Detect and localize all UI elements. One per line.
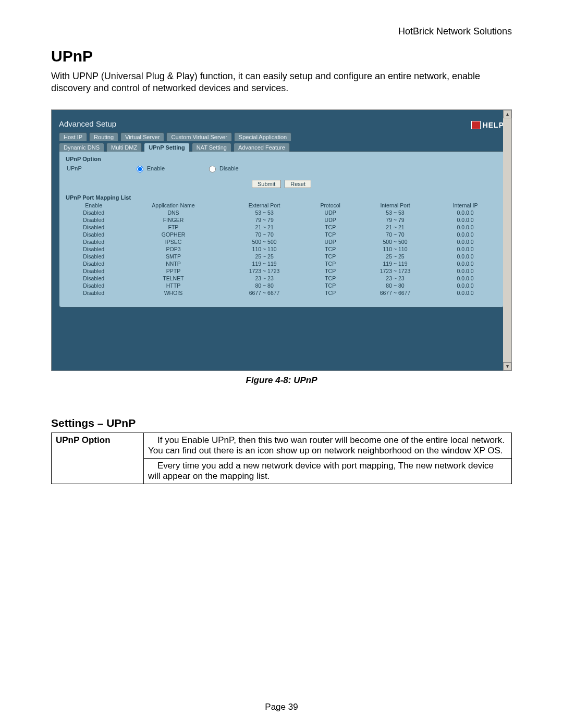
reset-button[interactable]: Reset: [285, 180, 311, 188]
disable-radio-input[interactable]: [209, 166, 216, 172]
port-list-heading: UPnP Port Mapping List: [66, 194, 497, 201]
brand-header: HotBrick Network Solutions: [51, 26, 512, 37]
col-protocol: Protocol: [304, 202, 357, 209]
upnp-label: UPnP: [67, 165, 82, 171]
table-row: DisabledSMTP25 ~ 25TCP25 ~ 250.0.0.0: [66, 253, 497, 260]
port-mapping-table: EnableApplication NameExternal PortProto…: [66, 202, 497, 297]
panel-title: Advanced Setup: [59, 119, 116, 128]
table-row: DisabledNNTP119 ~ 119TCP119 ~ 1190.0.0.0: [66, 260, 497, 267]
intro-text: With UPNP (Universal Plug & Play) functi…: [51, 70, 512, 95]
router-screenshot: ▴ ▾ Advanced Setup HELP Host IPRoutingVi…: [51, 109, 512, 371]
scroll-down-icon[interactable]: ▾: [503, 362, 511, 371]
table-row: DisabledGOPHER70 ~ 70TCP70 ~ 700.0.0.0: [66, 231, 497, 238]
table-row: DisabledWHOIS6677 ~ 6677TCP6677 ~ 66770.…: [66, 289, 497, 297]
table-row: DisabledPPTP1723 ~ 1723TCP1723 ~ 17230.0…: [66, 267, 497, 275]
tab-row-2: Dynamic DNSMulti DMZUPnP SettingNAT Sett…: [59, 143, 504, 152]
col-internal-ip: Internal IP: [433, 202, 497, 209]
disable-radio[interactable]: Disable: [206, 164, 239, 172]
col-external-port: External Port: [225, 202, 304, 209]
col-enable: Enable: [66, 202, 121, 209]
content-panel: UPnP Option UPnP Enable Disable Submit R…: [59, 151, 504, 307]
tab-custom-virtual-server[interactable]: Custom Virtual Server: [166, 132, 231, 141]
settings-table: UPnP Option If you Enable UPnP, then thi…: [51, 433, 512, 484]
enable-radio[interactable]: Enable: [134, 164, 165, 172]
help-button[interactable]: HELP: [471, 121, 504, 129]
tab-virtual-server[interactable]: Virtual Server: [120, 132, 164, 141]
scroll-up-icon[interactable]: ▴: [503, 110, 511, 118]
table-row: DisabledHTTP80 ~ 80TCP80 ~ 800.0.0.0: [66, 282, 497, 289]
figure-caption: Figure 4-8: UPnP: [51, 375, 512, 386]
settings-desc-1: If you Enable UPnP, then this two wan ro…: [144, 433, 512, 458]
tab-advanced-feature[interactable]: Advanced Feature: [234, 143, 290, 152]
scrollbar[interactable]: ▴ ▾: [503, 110, 511, 371]
tab-multi-dmz[interactable]: Multi DMZ: [106, 143, 142, 152]
tab-nat-setting[interactable]: NAT Setting: [192, 143, 231, 152]
enable-radio-label: Enable: [147, 165, 165, 171]
table-row: DisabledIPSEC500 ~ 500UDP500 ~ 5000.0.0.…: [66, 238, 497, 245]
enable-radio-input[interactable]: [137, 166, 143, 172]
table-row: DisabledPOP3110 ~ 110TCP110 ~ 1100.0.0.0: [66, 245, 497, 253]
col-internal-port: Internal Port: [357, 202, 433, 209]
col-application-name: Application Name: [121, 202, 225, 209]
submit-button[interactable]: Submit: [252, 180, 281, 188]
disable-radio-label: Disable: [219, 165, 239, 171]
settings-heading: Settings – UPnP: [51, 417, 512, 429]
tab-special-application[interactable]: Special Application: [234, 132, 291, 141]
help-label: HELP: [483, 121, 504, 129]
table-row: DisabledFINGER79 ~ 79UDP79 ~ 790.0.0.0: [66, 216, 497, 224]
settings-desc-2: Every time you add a new network device …: [144, 458, 512, 484]
page-number: Page 39: [0, 702, 563, 712]
tab-upnp-setting[interactable]: UPnP Setting: [144, 143, 189, 152]
tab-routing[interactable]: Routing: [89, 132, 118, 141]
table-row: DisabledDNS53 ~ 53UDP53 ~ 530.0.0.0: [66, 209, 497, 216]
table-row: DisabledTELNET23 ~ 23TCP23 ~ 230.0.0.0: [66, 275, 497, 282]
settings-label-cell: UPnP Option: [52, 433, 144, 484]
help-icon: [471, 121, 481, 129]
upnp-option-heading: UPnP Option: [66, 156, 497, 162]
table-row: DisabledFTP21 ~ 21TCP21 ~ 210.0.0.0: [66, 224, 497, 231]
tab-dynamic-dns[interactable]: Dynamic DNS: [59, 143, 104, 152]
page-title: UPnP: [51, 47, 512, 65]
tab-row-1: Host IPRoutingVirtual ServerCustom Virtu…: [59, 132, 504, 141]
tab-host-ip[interactable]: Host IP: [59, 132, 87, 141]
